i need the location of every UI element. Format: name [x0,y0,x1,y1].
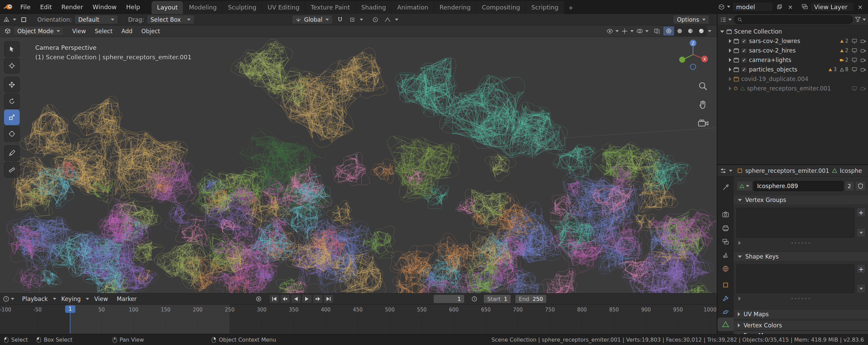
collection-checkbox[interactable]: ✓ [741,57,747,63]
disable-in-render-icon[interactable] [861,86,866,91]
disclosure-closed-icon[interactable] [729,67,731,72]
outliner-row-particles-objects[interactable]: ✓ particles_objects 3 8 [717,65,868,74]
menu-marker[interactable]: Marker [113,295,140,303]
properties-editor-chevron-icon[interactable] [729,170,732,172]
disclosure-closed-icon[interactable] [729,77,731,81]
hide-in-viewport-icon[interactable] [852,67,857,72]
hide-in-viewport-icon[interactable] [852,39,857,43]
shading-solid-button[interactable] [674,26,685,36]
disable-in-render-icon[interactable] [861,67,866,72]
gizmos-toggle[interactable] [620,26,629,36]
snap-magnet-toggle[interactable] [335,15,345,24]
play-reverse-button[interactable] [291,295,301,303]
remove-view-layer-button[interactable]: × [856,2,865,11]
panel-resize-grip[interactable]: ∙∙∙∙∙∙ [791,296,811,301]
tab-object-data[interactable] [717,318,734,331]
add-vertex-group-button[interactable]: + [856,208,866,217]
outliner-row-sphere-receptors-emiter[interactable]: sphere_receptors_emiter.001 [717,84,868,93]
collection-checkbox[interactable]: ✓ [741,67,747,73]
menu-keying[interactable]: Keying [58,295,84,303]
snap-chevron-icon[interactable] [360,19,363,21]
tool-cursor[interactable] [4,58,20,74]
viewport-canvas[interactable] [0,37,717,293]
tab-uv-editing[interactable]: UV Editing [262,1,305,14]
panel-face-maps[interactable]: Face Maps [734,330,868,334]
shading-chevron-icon[interactable] [708,30,711,32]
xray-toggle[interactable] [652,26,662,36]
timeline-editor-chevron-icon[interactable] [11,298,14,300]
filter-chevron-icon[interactable] [863,19,866,21]
tab-modifiers[interactable] [717,292,734,305]
menu-edit[interactable]: Edit [36,2,56,12]
shape-key-specials-button[interactable] [856,284,866,293]
collection-checkbox[interactable]: ✓ [741,48,747,54]
tool-annotate[interactable] [4,145,20,161]
tab-scripting[interactable]: Scripting [526,1,564,14]
tool-select-box[interactable] [4,41,20,57]
mesh-name-field[interactable]: Icosphere.089 [753,181,844,191]
menu-render[interactable]: Render [57,2,87,12]
previous-keyframe-button[interactable] [280,295,290,303]
tool-move[interactable] [4,77,20,93]
disclosure-open-icon[interactable] [720,31,724,33]
tool-rotate[interactable] [4,94,20,109]
jump-to-start-button[interactable] [269,295,279,303]
menu-playback[interactable]: Playback [18,295,52,303]
falloff-chevron-icon[interactable] [395,19,398,21]
navigation-gizmo[interactable]: Z X [677,38,709,71]
mode-dropdown[interactable]: Object Mode [14,26,64,36]
proportional-editing-toggle[interactable] [371,15,380,24]
outliner-row-sars-cov-2-hires[interactable]: ✓ sars-cov-2_hires 2 [717,46,868,55]
orientation-dropdown[interactable]: Default [75,15,118,24]
delete-scene-button[interactable]: × [786,2,795,11]
disable-in-render-icon[interactable] [861,39,866,43]
menu-view[interactable]: View [68,27,90,36]
start-frame-field[interactable]: Start 1 [484,295,511,303]
pan-hand-button[interactable] [698,100,709,110]
hide-in-viewport-icon[interactable] [852,58,857,62]
tab-world[interactable] [717,262,734,276]
tab-object[interactable] [717,278,734,292]
snap-target-dropdown[interactable] [348,15,357,24]
menu-add[interactable]: Add [118,27,136,36]
overlays-toggle[interactable] [635,26,644,36]
browse-mesh-data-button[interactable] [736,181,752,191]
3d-viewport[interactable]: Camera Perspective (1) Scene Collection … [0,37,717,293]
visibility-chevron-icon[interactable] [615,30,619,32]
outliner-row-camera-lights[interactable]: ✓ camera+lights 2 [717,55,868,65]
tab-tool[interactable] [717,181,734,194]
fake-user-button[interactable] [855,181,866,191]
tab-compositing[interactable]: Compositing [476,1,526,14]
tab-rendering[interactable]: Rendering [434,1,476,14]
current-frame-flag[interactable]: 1 [65,305,75,313]
menu-help[interactable]: Help [122,2,144,12]
vertex-group-specials-button[interactable] [856,228,866,237]
timeline-ruler[interactable]: 1 -100-505010015020025030035040045050055… [0,305,717,333]
panel-vertex-groups[interactable]: Vertex Groups [734,195,868,205]
editor-type-chevron-icon[interactable] [13,19,16,21]
transform-orientation-dropdown[interactable]: Global [292,15,333,24]
disclosure-closed-icon[interactable] [729,86,731,90]
disclosure-closed-icon[interactable] [729,48,731,53]
next-keyframe-button[interactable] [313,295,323,303]
tool-transform[interactable] [4,126,20,142]
new-scene-button[interactable] [775,2,784,11]
disclosure-closed-icon[interactable] [729,39,731,43]
tab-shading[interactable]: Shading [356,1,392,14]
disable-in-render-icon[interactable] [861,58,866,62]
options-dropdown[interactable]: Options [673,15,709,24]
active-tool-icon[interactable] [19,15,28,24]
shading-material-button[interactable] [685,26,696,36]
menu-window[interactable]: Window [88,2,121,12]
tab-scene[interactable] [717,248,734,262]
outliner-row-scene-collection[interactable]: Scene Collection [717,27,868,36]
shading-rendered-button[interactable] [696,26,707,36]
scene-name-field[interactable]: model [732,2,773,12]
menu-select[interactable]: Select [91,27,116,36]
vertex-groups-list[interactable] [736,208,854,238]
tab-layout[interactable]: Layout [152,1,183,14]
zoom-button[interactable] [698,81,709,91]
overlays-chevron-icon[interactable] [645,30,649,32]
panel-shape-keys[interactable]: Shape Keys [734,251,868,262]
camera-view-button[interactable] [698,119,709,128]
